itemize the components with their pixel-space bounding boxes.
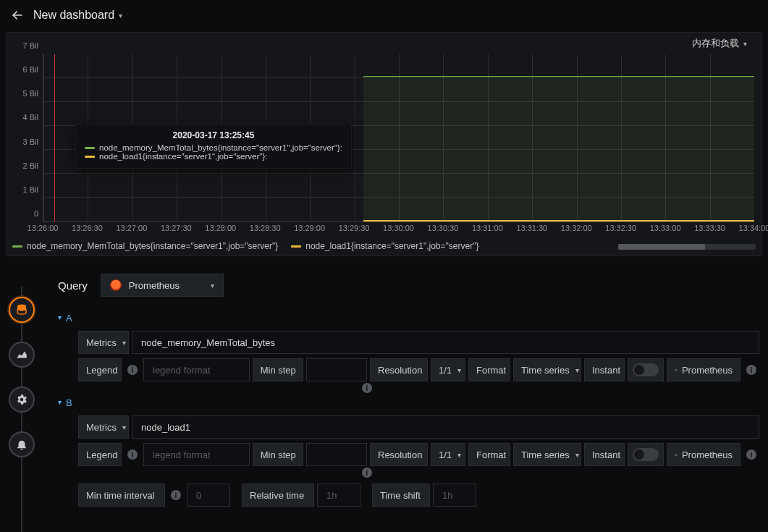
tooltip-swatch: [85, 156, 95, 158]
chart-y-axis: 01 Bil2 Bil3 Bil4 Bil5 Bil6 Bil7 Bil: [12, 54, 43, 222]
info-icon: i: [746, 449, 756, 460]
info-icon[interactable]: i: [362, 468, 372, 478]
legend-item[interactable]: node_load1{instance="server1",job="serve…: [291, 241, 478, 251]
chart-area-icon: [15, 348, 28, 361]
query-header-b[interactable]: ▾ B: [58, 397, 759, 408]
chart-tooltip: 2020-03-17 13:25:45 node_memory_MemTotal…: [75, 124, 352, 169]
legend-label: node_memory_MemTotal_bytes{instance="ser…: [27, 241, 278, 251]
legend-label: node_load1{instance="server1",job="serve…: [305, 241, 478, 251]
format-select-a[interactable]: Time series: [513, 358, 581, 381]
instant-label: Instant: [584, 358, 625, 381]
resolution-label: Resolution: [370, 443, 428, 466]
x-tick: 13:31:00: [472, 224, 503, 232]
datasource-select[interactable]: Prometheus ▾: [101, 274, 224, 297]
x-tick: 13:31:30: [516, 224, 547, 232]
info-icon[interactable]: i: [362, 383, 372, 393]
tooltip-timestamp: 2020-03-17 13:25:45: [85, 130, 342, 140]
x-tick: 13:26:30: [72, 224, 103, 232]
legend-item[interactable]: node_memory_MemTotal_bytes{instance="ser…: [12, 241, 278, 251]
resolution-label: Resolution: [370, 358, 428, 381]
dashboard-title: New dashboard: [33, 9, 114, 22]
editor-tab-rail: [0, 261, 45, 532]
y-tick: 0: [34, 209, 38, 218]
resolution-select-a[interactable]: 1/1: [431, 358, 465, 381]
resolution-select-b[interactable]: 1/1: [431, 443, 465, 466]
y-tick: 5 Bil: [23, 89, 38, 98]
legend-scrollbar[interactable]: [618, 244, 756, 250]
collapse-caret-icon: ▾: [58, 398, 62, 406]
open-in-prometheus-a[interactable]: Prometheus: [667, 358, 740, 381]
y-tick: 3 Bil: [23, 138, 38, 146]
x-tick: 13:28:00: [205, 224, 236, 232]
x-tick: 13:27:00: [116, 224, 147, 232]
x-tick: 13:30:00: [383, 224, 414, 232]
minstep-input-a[interactable]: [314, 364, 359, 376]
metrics-dropdown[interactable]: Metrics: [78, 331, 129, 354]
row-info[interactable]: i: [743, 358, 759, 381]
relative-time-input[interactable]: [325, 489, 353, 502]
time-shift-input[interactable]: [441, 489, 468, 502]
info-icon: i: [127, 365, 138, 375]
collapse-caret-icon: ▾: [58, 313, 62, 321]
y-tick: 1 Bil: [23, 185, 38, 194]
prometheus-logo-icon: [110, 279, 122, 291]
legend-input-b[interactable]: [151, 449, 242, 461]
metrics-input-a[interactable]: [140, 337, 751, 349]
legend-info[interactable]: i: [125, 443, 140, 466]
instant-toggle-a[interactable]: [628, 358, 664, 381]
x-tick: 13:34:00: [739, 224, 768, 232]
tooltip-row: node_load1{instance="server1",job="serve…: [85, 152, 342, 161]
row-info[interactable]: i: [743, 443, 759, 466]
chart-legend: node_memory_MemTotal_bytes{instance="ser…: [12, 241, 756, 251]
y-tick: 2 Bil: [23, 161, 38, 170]
caret-down-icon: ▾: [119, 12, 122, 20]
y-tick: 7 Bil: [23, 41, 38, 50]
format-label: Format: [468, 443, 510, 466]
instant-toggle-b[interactable]: [628, 443, 664, 466]
chart-hover-marker: [54, 54, 55, 221]
metrics-input-b[interactable]: [140, 421, 751, 434]
min-interval-label: Min time interval: [78, 484, 165, 507]
x-tick: 13:29:00: [294, 224, 325, 232]
tab-queries[interactable]: [9, 297, 35, 323]
back-button[interactable]: [10, 8, 25, 22]
panel-title-dropdown[interactable]: 内存和负载▾: [692, 37, 747, 50]
tooltip-swatch: [85, 147, 95, 149]
bell-icon: [15, 438, 28, 451]
min-interval-info[interactable]: i: [168, 484, 184, 507]
tab-general[interactable]: [9, 387, 35, 413]
x-tick: 13:27:30: [161, 224, 192, 232]
database-icon: [15, 303, 28, 316]
metrics-dropdown[interactable]: Metrics: [78, 415, 129, 439]
gear-icon: [15, 393, 28, 406]
chart-series-area: [363, 76, 754, 221]
tooltip-series-label: node_memory_MemTotal_bytes{instance="ser…: [99, 143, 342, 152]
query-ref-id: A: [66, 313, 72, 324]
tab-visualization[interactable]: [9, 342, 35, 368]
toggle-switch: [633, 448, 659, 461]
legend-label: Legend: [78, 358, 122, 381]
x-tick: 13:28:30: [250, 224, 281, 232]
legend-swatch: [12, 245, 22, 248]
datasource-name: Prometheus: [129, 280, 180, 291]
format-select-b[interactable]: Time series: [513, 443, 581, 466]
external-link-icon: [675, 450, 678, 460]
min-interval-input[interactable]: [195, 489, 222, 502]
chart-x-axis: 13:26:0013:26:3013:27:0013:27:3013:28:00…: [43, 224, 754, 235]
tab-alert[interactable]: [9, 431, 35, 457]
x-tick: 13:33:00: [650, 224, 681, 232]
toggle-switch: [633, 363, 659, 376]
caret-down-icon: ▾: [211, 282, 214, 290]
open-in-prometheus-b[interactable]: Prometheus: [667, 443, 740, 466]
query-header-a[interactable]: ▾ A: [58, 313, 759, 324]
instant-label: Instant: [584, 443, 625, 466]
tooltip-row: node_memory_MemTotal_bytes{instance="ser…: [85, 143, 342, 152]
minstep-input-b[interactable]: [314, 449, 359, 461]
info-icon: i: [127, 449, 138, 460]
dashboard-title-dropdown[interactable]: New dashboard ▾: [33, 9, 122, 22]
x-tick: 13:29:30: [339, 224, 370, 232]
legend-input-a[interactable]: [151, 364, 242, 376]
query-ref-id: B: [66, 397, 72, 408]
legend-label: Legend: [78, 443, 122, 466]
legend-info[interactable]: i: [125, 358, 140, 381]
